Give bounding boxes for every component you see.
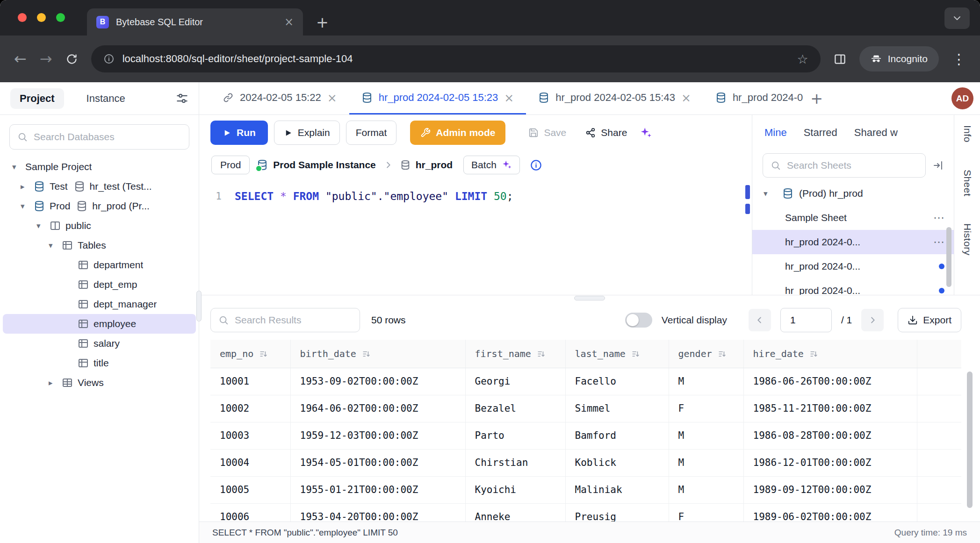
tree-item-tables[interactable]: ▾Tables (0, 236, 199, 255)
new-tab-button[interactable]: + (316, 15, 329, 30)
back-button[interactable]: ← (14, 50, 27, 68)
vertical-display-toggle[interactable] (625, 313, 652, 328)
chevron-down-icon[interactable]: ▾ (12, 162, 25, 171)
database-breadcrumb[interactable]: hr_prod (400, 159, 453, 171)
sheet-item-hr-prod-2024-0[interactable]: hr_prod 2024-0... (752, 254, 954, 279)
add-sheet-button[interactable]: + (803, 82, 830, 114)
menu-dots-icon[interactable]: ⋮ (952, 51, 966, 67)
table-row[interactable]: 100011953-09-02T00:00:00ZGeorgiFacelloM1… (210, 368, 961, 395)
table-row[interactable]: 100041954-05-01T00:00:00ZChirstianKoblic… (210, 449, 961, 476)
minimize-window-icon[interactable] (37, 13, 46, 22)
sheet-item-hr-prod-2024-0[interactable]: hr_prod 2024-0...⋯ (752, 230, 954, 254)
column-header-gender[interactable]: gender (669, 340, 743, 368)
tab-search-chevron[interactable] (944, 7, 970, 29)
chevron-right-icon[interactable]: ▸ (49, 378, 62, 387)
column-header-hire-date[interactable]: hire_date (743, 340, 917, 368)
zoom-window-icon[interactable] (56, 13, 65, 22)
tab-mine[interactable]: Mine (764, 127, 787, 139)
sort-icon[interactable] (537, 350, 546, 358)
page-input[interactable] (780, 308, 832, 332)
save-button[interactable]: Save (522, 121, 573, 145)
next-page-button[interactable] (861, 309, 884, 331)
chevron-down-icon[interactable]: ▾ (49, 241, 62, 250)
chevron-down-icon[interactable]: ▾ (36, 221, 50, 230)
close-tab-icon[interactable]: × (284, 15, 294, 29)
tree-item-employee[interactable]: employee (3, 314, 196, 334)
database-search-input[interactable] (34, 131, 181, 143)
tree-item-hr-prod-pr[interactable]: ▾Prodhr_prod (Pr... (0, 196, 199, 216)
explain-button[interactable]: Explain (274, 121, 340, 145)
column-header-birth-date[interactable]: birth_date (290, 340, 465, 368)
tree-item-views[interactable]: ▸Views (0, 373, 199, 393)
close-icon[interactable]: × (327, 91, 337, 105)
column-header-emp-no[interactable]: emp_no (210, 340, 290, 368)
sheet-tab-hr-prod-2024-0[interactable]: hr_prod 2024-0 (703, 82, 803, 114)
column-header-first-name[interactable]: first_name (465, 340, 565, 368)
tree-item-salary[interactable]: salary (0, 334, 199, 353)
divider-drag-handle[interactable] (574, 296, 605, 300)
side-panel-icon[interactable] (834, 53, 846, 65)
tree-item-dept-manager[interactable]: dept_manager (0, 294, 199, 314)
editor-scrollbar[interactable] (744, 183, 750, 291)
tab-shared[interactable]: Shared w (854, 127, 898, 139)
collapse-panel-icon[interactable] (932, 160, 944, 171)
tree-item-title[interactable]: title (0, 353, 199, 373)
sheet-tab-hr-prod-2024-02-05-15-23[interactable]: hr_prod 2024-02-05 15:23× (349, 82, 526, 114)
sort-icon[interactable] (362, 350, 371, 358)
rail-tab-history[interactable]: History (962, 223, 973, 256)
run-button[interactable]: Run (210, 121, 268, 145)
tree-item-department[interactable]: department (0, 255, 199, 275)
ai-sparkle-icon[interactable] (640, 127, 652, 139)
rail-tab-info[interactable]: Info (962, 125, 973, 143)
avatar[interactable]: AD (951, 87, 973, 109)
rail-tab-sheet[interactable]: Sheet (962, 170, 973, 196)
table-row[interactable]: 100031959-12-03T00:00:00ZPartoBamfordM19… (210, 422, 961, 449)
sort-icon[interactable] (809, 350, 818, 358)
sort-icon[interactable] (631, 350, 640, 358)
sidebar-tab-project[interactable]: Project (10, 88, 64, 109)
site-info-icon[interactable] (103, 53, 115, 64)
reload-button[interactable] (65, 53, 78, 65)
table-row[interactable]: 100061953-04-20T00:00:00ZAnnekePreusigF1… (210, 503, 961, 522)
close-icon[interactable]: × (681, 91, 691, 105)
ellipsis-menu-icon[interactable]: ⋯ (933, 236, 944, 249)
sort-icon[interactable] (718, 350, 727, 358)
url-bar[interactable]: localhost:8080/sql-editor/sheet/project-… (91, 45, 821, 72)
results-search-input[interactable] (235, 314, 352, 326)
sheet-tab-2024-02-05-15-22[interactable]: 2024-02-05 15:22× (210, 82, 349, 114)
format-button[interactable]: Format (346, 121, 397, 145)
sql-editor[interactable]: 1 SELECT * FROM "public"."employee" LIMI… (199, 179, 752, 295)
sheet-tab-hr-prod-2024-02-05-15-43[interactable]: hr_prod 2024-02-05 15:43× (526, 82, 703, 114)
tree-item-dept-emp[interactable]: dept_emp (0, 275, 199, 294)
results-scrollbar[interactable] (967, 372, 973, 508)
table-row[interactable]: 100021964-06-02T00:00:00ZBezalelSimmelF1… (210, 395, 961, 422)
table-row[interactable]: 100051955-01-21T00:00:00ZKyoichiMaliniak… (210, 476, 961, 503)
sheet-item-sample-sheet[interactable]: Sample Sheet⋯ (752, 206, 954, 230)
forward-button[interactable]: → (40, 50, 52, 68)
sheets-search-input[interactable] (787, 160, 918, 171)
share-button[interactable]: Share (579, 121, 634, 145)
admin-mode-button[interactable]: Admin mode (410, 121, 505, 145)
close-icon[interactable]: × (504, 91, 514, 105)
bookmark-star-icon[interactable]: ☆ (797, 52, 808, 66)
sheet-item-hr-prod-2024-0[interactable]: hr_prod 2024-0... (752, 279, 954, 295)
tab-starred[interactable]: Starred (804, 127, 837, 139)
instance-breadcrumb[interactable]: Prod Sample Instance (257, 159, 375, 171)
tree-item-public[interactable]: ▾public (0, 216, 199, 236)
browser-tab[interactable]: B Bytebase SQL Editor × (87, 8, 303, 36)
prev-page-button[interactable] (749, 309, 771, 331)
close-window-icon[interactable] (18, 13, 27, 22)
info-icon[interactable] (530, 159, 542, 171)
filter-settings-icon[interactable] (176, 92, 188, 105)
sort-icon[interactable] (259, 350, 268, 358)
environment-badge[interactable]: Prod (211, 156, 250, 174)
batch-button[interactable]: Batch (463, 156, 520, 174)
chevron-down-icon[interactable]: ▾ (764, 189, 777, 198)
sheets-scrollbar[interactable] (946, 227, 951, 287)
sheet-group-prod-hr-prod[interactable]: ▾(Prod) hr_prod (752, 181, 954, 206)
ellipsis-menu-icon[interactable]: ⋯ (933, 211, 944, 224)
tree-item-hr-test-test[interactable]: ▸Testhr_test (Test... (0, 177, 199, 196)
chevron-right-icon[interactable]: ▸ (21, 182, 34, 191)
sidebar-tab-instance[interactable]: Instance (77, 88, 135, 109)
column-header-last-name[interactable]: last_name (565, 340, 669, 368)
